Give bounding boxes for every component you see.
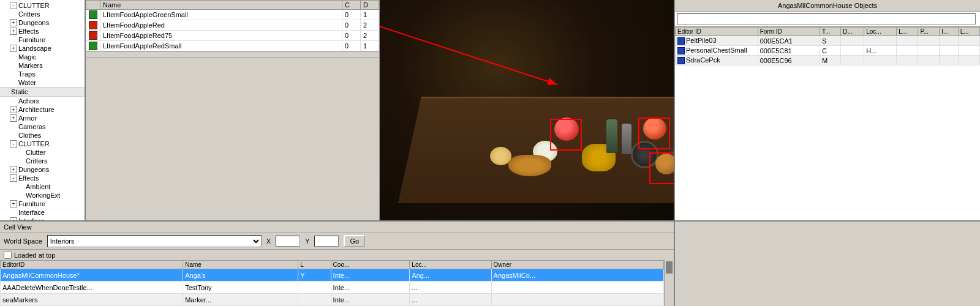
obj-i: [940, 56, 959, 65]
obj-form-id: 000E5C81: [758, 46, 820, 56]
tree-item-critters-child[interactable]: Critters: [0, 157, 85, 165]
tree-item-furniture-static[interactable]: +Furniture: [0, 200, 85, 208]
tree-item-clutter-top[interactable]: -CLUTTER: [0, 1, 85, 10]
tree-label-furniture-static: Furniture: [18, 200, 45, 207]
item-list-row[interactable]: LItemFoodAppleRed75 0 2: [86, 31, 379, 41]
obj-editor-id: SdraCePck: [676, 56, 758, 65]
obj-i: [940, 46, 959, 56]
tree-item-armor[interactable]: +Armor: [0, 114, 85, 122]
cell-l: [298, 294, 331, 306]
cell-data-table: EditorIDNameLCoo...Loc...Owner AngasMilC…: [0, 260, 664, 306]
cell-owner: [491, 294, 663, 306]
x-input[interactable]: [276, 236, 300, 247]
cell-table-row[interactable]: seaMarkers Marker... Inte... ...: [1, 294, 664, 306]
item-list-table: Name C D LItemFoodAppleGreenSmall 0 1 LI…: [86, 0, 379, 52]
tree-label-water-top: Water: [18, 79, 36, 86]
tree-expand-clutter-static[interactable]: -: [10, 140, 17, 147]
tree-item-cameras[interactable]: Cameras: [0, 122, 85, 131]
cell-table-row[interactable]: AAADeleteWhenDoneTestle... TestTony Inte…: [1, 282, 664, 294]
obj-table-row[interactable]: SdraCePck 000E5C96 M: [676, 56, 980, 65]
tree-label-interface1: Interface: [18, 209, 45, 216]
obj-i: [940, 36, 959, 46]
tree-item-interface1[interactable]: Interface: [0, 208, 85, 217]
tree-expand-clutter-top[interactable]: -: [10, 2, 17, 9]
tree-label-furniture-top: Furniture: [18, 36, 45, 43]
cell-table-row[interactable]: AngasMilCommonHouse* Anga's Y Inte... An…: [1, 269, 664, 282]
item-name: LItemFoodAppleRedSmall: [100, 41, 342, 51]
tree-item-static-header[interactable]: Static: [0, 87, 85, 97]
objects-search-input[interactable]: [677, 13, 976, 24]
item-list-row[interactable]: LItemFoodAppleGreenSmall 0 1: [86, 10, 379, 20]
tree-item-dungeons-top[interactable]: +Dungeons: [0, 18, 85, 27]
obj-col-header: T...: [820, 28, 841, 36]
cell-l: [298, 282, 331, 294]
tree-expand-effects-static[interactable]: -: [10, 174, 17, 182]
tree-item-ambient[interactable]: Ambient: [0, 182, 85, 191]
scene-bg: [380, 0, 674, 220]
tree-item-dungeons-static[interactable]: +Dungeons: [0, 165, 85, 174]
y-input[interactable]: [314, 236, 339, 247]
tree-expand-landscape-top[interactable]: +: [10, 45, 17, 52]
bottle-2: [622, 124, 631, 154]
tree-expand-dungeons-top[interactable]: +: [10, 19, 17, 26]
obj-d: [841, 56, 864, 65]
tree-label-magic-top: Magic: [18, 53, 36, 61]
obj-icon: [677, 37, 685, 45]
objects-search-bar[interactable]: [675, 12, 980, 27]
tree-item-workingext[interactable]: WorkingExt: [0, 191, 85, 200]
bottom-right-panel: [674, 222, 980, 306]
cell-table-scrollbar[interactable]: [664, 260, 674, 306]
col-d: D: [361, 1, 379, 10]
obj-t: C: [820, 46, 841, 56]
tree-item-clutter-child[interactable]: Clutter: [0, 148, 85, 157]
world-space-label: World Space: [4, 237, 42, 245]
tree-label-critters-child: Critters: [26, 157, 47, 165]
tree-item-landscape-top[interactable]: +Landscape: [0, 44, 85, 53]
tree-item-architecture[interactable]: +Architecture: [0, 105, 85, 114]
tree-item-effects-top[interactable]: +Effects: [0, 27, 85, 35]
obj-table-row[interactable]: PeltPile03 000E5CA1 S: [676, 36, 980, 46]
world-space-select[interactable]: Interiors: [47, 235, 262, 247]
obj-p: [918, 56, 940, 65]
tree-label-effects-top: Effects: [18, 28, 39, 35]
tree-label-static-header: Static: [11, 88, 28, 95]
y-label: Y: [305, 237, 309, 245]
cell-loc: ...: [410, 294, 491, 306]
tree-expand-furniture-static[interactable]: +: [10, 200, 17, 207]
tree-expand-dungeons-static[interactable]: +: [10, 166, 17, 173]
tree-item-furniture-top[interactable]: Furniture: [0, 35, 85, 44]
item-name: LItemFoodAppleRed75: [100, 31, 342, 41]
item-list-row[interactable]: LItemFoodAppleRedSmall 0 1: [86, 41, 379, 51]
tree-item-markers-top[interactable]: Markers: [0, 61, 85, 70]
obj-col-header: Editor ID: [676, 28, 758, 36]
item-icon: [89, 10, 97, 19]
cell-loc: ...: [410, 282, 491, 294]
tree-expand-effects-top[interactable]: +: [10, 28, 17, 35]
tree-label-clutter-static: CLUTTER: [18, 140, 50, 147]
tree-item-effects-static[interactable]: -Effects: [0, 174, 85, 182]
checkbox-row: Loaded at top: [0, 250, 674, 260]
tree-item-clothes[interactable]: Clothes: [0, 131, 85, 140]
tree-item-critters-top[interactable]: Critters: [0, 10, 85, 18]
tree-item-anchors[interactable]: Achors: [0, 97, 85, 105]
item-list-panel: Name C D LItemFoodAppleGreenSmall 0 1 LI…: [86, 0, 379, 52]
tree-item-traps-top[interactable]: Traps: [0, 70, 85, 78]
tree-label-critters-top: Critters: [18, 10, 40, 18]
item-list-row[interactable]: LItemFoodAppleRed 0 2: [86, 20, 379, 31]
obj-icon: [677, 57, 685, 64]
tree-item-clutter-static[interactable]: -CLUTTER: [0, 140, 85, 148]
obj-ll: [958, 36, 979, 46]
tree-item-water-top[interactable]: Water: [0, 78, 85, 87]
objects-panel: AngasMilCommonHouse Objects Editor IDFor…: [674, 0, 980, 220]
tree-expand-architecture[interactable]: +: [10, 106, 17, 113]
obj-col-header: L...: [897, 28, 918, 36]
tree-item-magic-top[interactable]: Magic: [0, 53, 85, 61]
tree-expand-armor[interactable]: +: [10, 114, 17, 122]
obj-loc: H...: [864, 46, 897, 56]
cell-name: Marker...: [183, 294, 298, 306]
x-label: X: [266, 237, 271, 245]
loaded-at-top-checkbox[interactable]: [4, 251, 12, 259]
obj-t: S: [820, 36, 841, 46]
go-button[interactable]: Go: [344, 235, 365, 247]
obj-table-row[interactable]: PersonalChestSmall 000E5C81 C H...: [676, 46, 980, 56]
